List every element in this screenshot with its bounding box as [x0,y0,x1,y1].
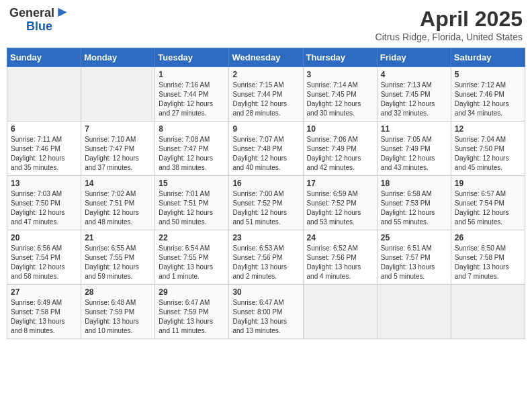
day-number: 29 [159,287,225,297]
day-info: Sunrise: 7:10 AM Sunset: 7:47 PM Dayligh… [85,135,151,173]
calendar-cell: 8Sunrise: 7:08 AM Sunset: 7:47 PM Daylig… [155,122,229,176]
day-info: Sunrise: 7:05 AM Sunset: 7:49 PM Dayligh… [381,135,447,173]
column-header-saturday: Saturday [451,48,525,67]
day-number: 11 [381,124,447,134]
day-info: Sunrise: 7:04 AM Sunset: 7:50 PM Dayligh… [455,135,521,173]
day-number: 12 [455,124,521,134]
column-header-tuesday: Tuesday [155,48,229,67]
column-header-wednesday: Wednesday [229,48,303,67]
day-info: Sunrise: 6:49 AM Sunset: 7:58 PM Dayligh… [11,298,77,336]
calendar-cell: 23Sunrise: 6:53 AM Sunset: 7:56 PM Dayli… [229,230,303,285]
day-info: Sunrise: 7:01 AM Sunset: 7:51 PM Dayligh… [159,189,225,227]
day-number: 21 [85,233,151,242]
day-number: 28 [85,287,151,297]
logo-flag-icon [56,7,69,20]
day-number: 23 [232,233,299,242]
day-info: Sunrise: 7:02 AM Sunset: 7:51 PM Dayligh… [85,189,151,227]
calendar-cell: 10Sunrise: 7:06 AM Sunset: 7:49 PM Dayli… [303,122,377,176]
day-number: 1 [159,70,225,79]
calendar-cell [451,285,525,339]
day-info: Sunrise: 6:56 AM Sunset: 7:54 PM Dayligh… [11,244,77,281]
calendar-week-2: 6Sunrise: 7:11 AM Sunset: 7:46 PM Daylig… [7,122,525,176]
day-info: Sunrise: 7:13 AM Sunset: 7:45 PM Dayligh… [381,81,447,118]
calendar-cell: 1Sunrise: 7:16 AM Sunset: 7:44 PM Daylig… [155,67,229,122]
day-info: Sunrise: 7:00 AM Sunset: 7:52 PM Dayligh… [232,189,299,227]
calendar-cell: 13Sunrise: 7:03 AM Sunset: 7:50 PM Dayli… [7,176,81,230]
day-info: Sunrise: 7:06 AM Sunset: 7:49 PM Dayligh… [307,135,373,173]
calendar-cell: 9Sunrise: 7:07 AM Sunset: 7:48 PM Daylig… [229,122,303,176]
calendar-week-3: 13Sunrise: 7:03 AM Sunset: 7:50 PM Dayli… [7,176,525,230]
calendar-cell: 22Sunrise: 6:54 AM Sunset: 7:55 PM Dayli… [155,230,229,285]
day-info: Sunrise: 6:47 AM Sunset: 7:59 PM Dayligh… [159,298,225,336]
day-number: 18 [381,179,447,188]
day-number: 13 [11,179,77,188]
day-info: Sunrise: 7:08 AM Sunset: 7:47 PM Dayligh… [159,135,225,173]
calendar-cell: 5Sunrise: 7:12 AM Sunset: 7:46 PM Daylig… [451,67,525,122]
calendar-cell: 27Sunrise: 6:49 AM Sunset: 7:58 PM Dayli… [7,285,81,339]
calendar-cell: 19Sunrise: 6:57 AM Sunset: 7:54 PM Dayli… [451,176,525,230]
logo: General Blue [9,7,69,34]
calendar-cell: 3Sunrise: 7:14 AM Sunset: 7:45 PM Daylig… [303,67,377,122]
day-number: 27 [11,287,77,297]
calendar-cell: 18Sunrise: 6:58 AM Sunset: 7:53 PM Dayli… [377,176,451,230]
calendar-cell: 12Sunrise: 7:04 AM Sunset: 7:50 PM Dayli… [451,122,525,176]
month-year-title: April 2025 [375,7,523,32]
title-block: April 2025 Citrus Ridge, Florida, United… [375,7,523,42]
day-info: Sunrise: 6:51 AM Sunset: 7:57 PM Dayligh… [381,244,447,281]
calendar-header-row: SundayMondayTuesdayWednesdayThursdayFrid… [7,48,525,67]
day-number: 16 [232,179,299,188]
day-info: Sunrise: 7:15 AM Sunset: 7:44 PM Dayligh… [232,81,299,118]
svg-marker-0 [58,8,66,17]
day-number: 4 [381,70,447,79]
day-number: 10 [307,124,373,134]
day-info: Sunrise: 6:59 AM Sunset: 7:52 PM Dayligh… [307,189,373,227]
day-info: Sunrise: 6:55 AM Sunset: 7:55 PM Dayligh… [85,244,151,281]
calendar-cell: 29Sunrise: 6:47 AM Sunset: 7:59 PM Dayli… [155,285,229,339]
calendar-cell: 14Sunrise: 7:02 AM Sunset: 7:51 PM Dayli… [81,176,155,230]
day-number: 17 [307,179,373,188]
calendar-cell: 16Sunrise: 7:00 AM Sunset: 7:52 PM Dayli… [229,176,303,230]
column-header-sunday: Sunday [7,48,81,67]
column-header-monday: Monday [81,48,155,67]
day-number: 25 [381,233,447,242]
day-number: 15 [159,179,225,188]
calendar-cell [81,67,155,122]
day-number: 6 [11,124,77,134]
calendar-cell [303,285,377,339]
day-number: 14 [85,179,151,188]
calendar-cell: 17Sunrise: 6:59 AM Sunset: 7:52 PM Dayli… [303,176,377,230]
day-info: Sunrise: 7:16 AM Sunset: 7:44 PM Dayligh… [159,81,225,118]
calendar-cell [377,285,451,339]
day-number: 22 [159,233,225,242]
day-info: Sunrise: 6:53 AM Sunset: 7:56 PM Dayligh… [232,244,299,281]
logo-general: General [9,7,54,20]
calendar-cell: 4Sunrise: 7:13 AM Sunset: 7:45 PM Daylig… [377,67,451,122]
day-info: Sunrise: 6:48 AM Sunset: 7:59 PM Dayligh… [85,298,151,336]
calendar-cell [7,67,81,122]
day-number: 3 [307,70,373,79]
day-info: Sunrise: 7:11 AM Sunset: 7:46 PM Dayligh… [11,135,77,173]
day-number: 7 [85,124,151,134]
day-number: 19 [455,179,521,188]
day-number: 24 [307,233,373,242]
day-number: 8 [159,124,225,134]
day-info: Sunrise: 7:07 AM Sunset: 7:48 PM Dayligh… [232,135,299,173]
calendar-cell: 30Sunrise: 6:47 AM Sunset: 8:00 PM Dayli… [229,285,303,339]
calendar-table: SundayMondayTuesdayWednesdayThursdayFrid… [7,48,525,339]
day-number: 26 [455,233,521,242]
day-info: Sunrise: 6:50 AM Sunset: 7:58 PM Dayligh… [455,244,521,281]
day-info: Sunrise: 6:54 AM Sunset: 7:55 PM Dayligh… [159,244,225,281]
calendar-cell: 6Sunrise: 7:11 AM Sunset: 7:46 PM Daylig… [7,122,81,176]
day-info: Sunrise: 6:58 AM Sunset: 7:53 PM Dayligh… [381,189,447,227]
day-info: Sunrise: 7:14 AM Sunset: 7:45 PM Dayligh… [307,81,373,118]
column-header-thursday: Thursday [303,48,377,67]
calendar-cell: 7Sunrise: 7:10 AM Sunset: 7:47 PM Daylig… [81,122,155,176]
page-header: General Blue April 2025 Citrus Ridge, Fl… [7,7,525,42]
day-number: 5 [455,70,521,79]
day-info: Sunrise: 6:52 AM Sunset: 7:56 PM Dayligh… [307,244,373,281]
day-info: Sunrise: 6:57 AM Sunset: 7:54 PM Dayligh… [455,189,521,227]
day-info: Sunrise: 7:12 AM Sunset: 7:46 PM Dayligh… [455,81,521,118]
calendar-cell: 24Sunrise: 6:52 AM Sunset: 7:56 PM Dayli… [303,230,377,285]
logo-blue: Blue [26,20,52,34]
location-subtitle: Citrus Ridge, Florida, United States [375,32,523,42]
